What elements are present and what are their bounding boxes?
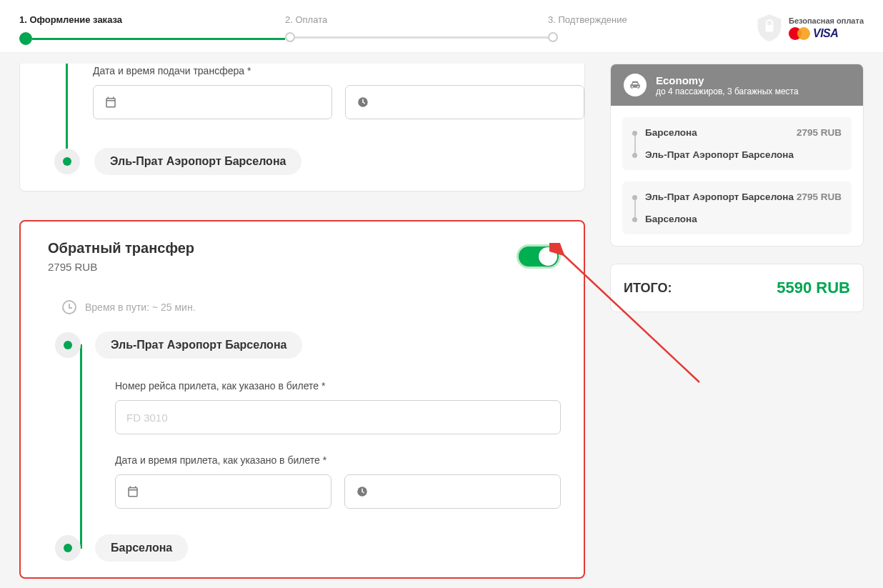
step-dot-icon	[548, 32, 558, 42]
secure-payment: Безопасная оплата VISA	[757, 14, 864, 41]
summary-trip-1: Барселона Эль-Прат Аэропорт Барселона 27…	[622, 117, 852, 170]
vehicle-class-sub: до 4 пассажиров, 3 багажных места	[656, 86, 799, 96]
mastercard-icon	[789, 27, 810, 40]
step-3-label: 3. Подтверждение	[548, 14, 627, 25]
summary-trip-2: Эль-Прат Аэропорт Барселона Барселона 27…	[622, 181, 852, 234]
return-time-input[interactable]	[344, 474, 561, 509]
flight-number-input[interactable]	[115, 400, 561, 434]
calendar-icon	[104, 96, 117, 109]
step-3[interactable]: 3. Подтверждение	[548, 14, 627, 42]
clock-icon	[356, 96, 369, 109]
trip1-to: Эль-Прат Аэропорт Барселона	[645, 149, 797, 160]
secure-label: Безопасная оплата	[789, 16, 864, 25]
main-column: Дата и время подачи трансфера * Эль-Прат…	[19, 53, 585, 579]
time-input[interactable]	[345, 85, 584, 119]
date-input[interactable]	[93, 85, 332, 119]
datetime-label: Дата и время подачи трансфера *	[93, 65, 584, 76]
flight-number-label: Номер рейса прилета, как указано в билет…	[115, 380, 561, 392]
progress-steps: 1. Оформление заказа 2. Оплата 3. Подтве…	[19, 14, 736, 45]
summary-sidebar: Economy до 4 пассажиров, 3 багажных мест…	[610, 53, 864, 312]
calendar-icon	[126, 485, 139, 498]
arrival-datetime-label: Дата и время прилета, как указано в биле…	[115, 454, 561, 466]
return-date-input[interactable]	[115, 474, 331, 509]
trip1-from: Барселона	[645, 127, 797, 149]
route-endpoint-icon	[55, 535, 81, 561]
return-destination-pill: Барселона	[95, 534, 188, 562]
step-dot-icon	[19, 32, 32, 45]
trip1-price: 2795 RUB	[797, 127, 842, 138]
mini-route-line	[634, 133, 636, 154]
step-2[interactable]: 2. Оплата	[285, 14, 548, 42]
vehicle-class-title: Economy	[656, 74, 799, 86]
svg-rect-0	[766, 25, 774, 32]
visa-icon: VISA	[813, 27, 838, 40]
trip2-to: Барселона	[645, 214, 797, 224]
shield-icon	[757, 14, 782, 41]
summary-total: ИТОГО: 5590 RUB	[610, 264, 864, 312]
transfer-block-return: Обратный трансфер 2795 RUB Время в пути:…	[19, 220, 585, 579]
trip2-from: Эль-Прат Аэропорт Барселона	[645, 191, 797, 214]
step-1[interactable]: 1. Оформление заказа	[19, 14, 285, 45]
clock-icon	[356, 485, 369, 498]
route-endpoint-icon	[54, 149, 80, 174]
origin-pill: Эль-Прат Аэропорт Барселона	[95, 332, 302, 359]
step-line	[32, 38, 285, 40]
step-dot-icon	[285, 32, 295, 42]
return-price: 2795 RUB	[48, 261, 194, 273]
return-title: Обратный трансфер	[48, 240, 194, 256]
trip2-price: 2795 RUB	[797, 191, 842, 202]
route-line	[80, 344, 82, 549]
transfer-block-outbound: Дата и время подачи трансфера * Эль-Прат…	[19, 64, 585, 191]
step-line	[295, 36, 548, 39]
travel-time-text: Время в пути: ~ 25 мин.	[85, 302, 196, 313]
mini-route-line	[634, 197, 636, 219]
return-toggle[interactable]	[517, 244, 561, 269]
destination-pill: Эль-Прат Аэропорт Барселона	[94, 148, 301, 175]
total-value: 5590 RUB	[777, 279, 850, 297]
vehicle-class-header: Economy до 4 пассажиров, 3 багажных мест…	[611, 64, 863, 106]
travel-time: Время в пути: ~ 25 мин.	[62, 300, 561, 314]
route-line	[66, 64, 68, 162]
car-icon	[624, 74, 647, 96]
route-startpoint-icon	[55, 332, 81, 358]
step-1-label: 1. Оформление заказа	[19, 14, 122, 25]
progress-header: 1. Оформление заказа 2. Оплата 3. Подтве…	[0, 0, 883, 53]
summary-card: Economy до 4 пассажиров, 3 багажных мест…	[610, 64, 864, 246]
clock-icon	[62, 300, 76, 314]
step-2-label: 2. Оплата	[285, 14, 327, 25]
total-label: ИТОГО:	[624, 281, 672, 296]
